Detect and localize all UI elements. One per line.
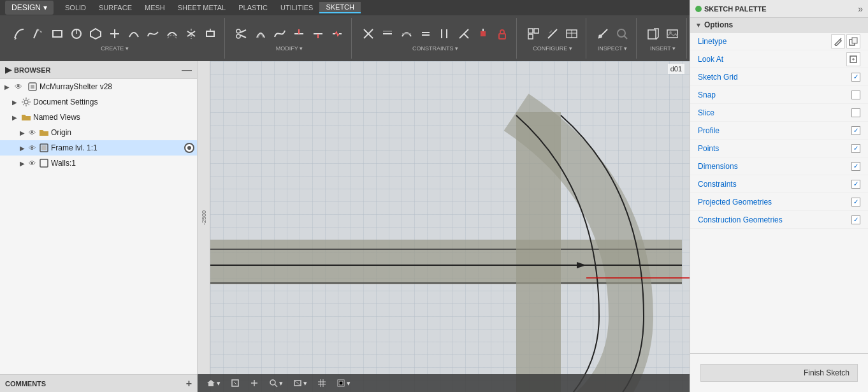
rectangle-icon[interactable] <box>48 25 66 43</box>
tab-utilities[interactable]: UTILITIES <box>274 3 319 13</box>
grid-toggle-btn[interactable] <box>314 377 330 389</box>
tab-plastic[interactable]: PLASTIC <box>232 3 274 13</box>
tree-item-root[interactable]: ▶ 👁 McMurrayShelter v28 <box>0 79 197 94</box>
points-label[interactable]: Points <box>698 144 719 153</box>
sketch-grid-label[interactable]: Sketch Grid <box>698 73 738 82</box>
arc-icon[interactable] <box>125 25 143 43</box>
walls-arrow[interactable]: ▶ <box>18 159 27 168</box>
origin-label: Origin <box>51 128 194 137</box>
home-view-btn[interactable]: ▾ <box>203 377 224 389</box>
snap-toggle-btn[interactable]: ▾ <box>333 377 354 389</box>
slice-checkbox[interactable] <box>851 108 860 117</box>
trim-icon[interactable] <box>290 25 308 43</box>
svg-line-83 <box>840 38 841 40</box>
circle-icon[interactable] <box>68 25 85 43</box>
dimensions-label[interactable]: Dimensions <box>698 162 738 171</box>
coincident-icon[interactable] <box>359 25 377 43</box>
dimensions-checkbox[interactable] <box>851 162 860 171</box>
lookat-btn[interactable] <box>846 52 860 66</box>
canvas-bottom-toolbar: ▾ ▾ ▾ ▾ <box>198 374 690 392</box>
construction-geometries-checkbox[interactable] <box>851 215 860 224</box>
snap-label[interactable]: Snap <box>698 91 716 99</box>
project-icon[interactable] <box>201 25 219 43</box>
mirror-icon[interactable] <box>182 25 200 43</box>
perpendicular-icon[interactable] <box>455 25 473 43</box>
add-comment-button[interactable]: + <box>186 378 192 389</box>
tree-item-named-views[interactable]: ▶ Named Views <box>0 110 197 125</box>
points-checkbox[interactable] <box>851 144 860 153</box>
finish-sketch-bottom-button[interactable]: Finish Sketch <box>700 364 858 382</box>
line-icon[interactable] <box>10 25 28 43</box>
snap-checkbox[interactable] <box>851 91 860 99</box>
frame-eye-icon[interactable]: 👁 <box>27 143 37 153</box>
tree-item-origin[interactable]: ▶ 👁 Origin <box>0 125 197 140</box>
arc-line-icon[interactable] <box>29 25 47 43</box>
profile-label[interactable]: Profile <box>698 126 720 135</box>
collinear-icon[interactable] <box>379 25 396 43</box>
origin-arrow[interactable]: ▶ <box>18 128 27 137</box>
polygon-icon[interactable] <box>87 25 105 43</box>
spline2-icon[interactable] <box>271 25 289 43</box>
pan-btn[interactable] <box>246 377 263 389</box>
browser-expand-icon[interactable]: ▶ <box>5 65 11 75</box>
linetype-copy-btn[interactable] <box>846 34 860 48</box>
sidebar-minimize-icon[interactable]: — <box>182 64 192 76</box>
projected-geometries-label[interactable]: Projected Geometries <box>698 198 772 207</box>
equal-icon[interactable] <box>417 25 435 43</box>
tab-mesh[interactable]: MESH <box>138 3 171 13</box>
slice-label[interactable]: Slice <box>698 108 714 117</box>
grid-icon[interactable] <box>524 25 542 43</box>
inspect2-icon[interactable] <box>613 25 631 43</box>
constraints-palette-label[interactable]: Constraints <box>698 180 737 189</box>
profile-checkbox[interactable] <box>851 126 860 135</box>
frame-radio-icon[interactable] <box>184 143 194 153</box>
offset-icon[interactable] <box>163 25 181 43</box>
design-button[interactable]: DESIGN ▾ <box>5 1 54 15</box>
options-section-header[interactable]: ▼ Options <box>690 18 868 33</box>
image-icon[interactable] <box>663 25 681 43</box>
origin-eye-icon[interactable]: 👁 <box>27 127 37 138</box>
construction-line-icon[interactable] <box>106 25 124 43</box>
constraints-checkbox[interactable] <box>851 180 860 189</box>
doc-settings-arrow[interactable]: ▶ <box>10 98 19 106</box>
tree-item-frame[interactable]: ▶ 👁 Frame lvl. 1:1 <box>0 140 197 156</box>
svg-line-29 <box>464 34 468 38</box>
fix-icon[interactable] <box>474 25 492 43</box>
scissors-icon[interactable] <box>233 25 250 43</box>
sketch-grid-checkbox[interactable] <box>851 73 860 82</box>
import-icon[interactable] <box>644 25 662 43</box>
tab-surface[interactable]: SURFACE <box>92 3 138 13</box>
frame-arrow[interactable]: ▶ <box>18 143 27 152</box>
profile-item: Profile <box>690 122 868 140</box>
offset-curve-icon[interactable] <box>252 25 270 43</box>
coord-label: d01 <box>668 64 684 74</box>
zoom-btn[interactable]: ▾ <box>265 377 287 389</box>
origin-folder-icon <box>38 127 50 138</box>
tangent-icon[interactable] <box>398 25 416 43</box>
extend-icon[interactable] <box>309 25 327 43</box>
break-icon[interactable] <box>328 25 346 43</box>
display-mode-btn[interactable]: ▾ <box>289 377 311 389</box>
measure-icon[interactable] <box>544 25 561 43</box>
tab-sketch[interactable]: SKETCH <box>319 2 361 13</box>
spline-icon[interactable] <box>144 25 162 43</box>
root-eye-icon[interactable]: 👁 <box>13 81 24 92</box>
walls-eye-icon[interactable]: 👁 <box>27 158 37 168</box>
root-arrow[interactable]: ▶ <box>3 82 11 91</box>
palette-collapse-btn[interactable]: » <box>858 4 863 14</box>
fit-view-btn[interactable] <box>227 377 243 389</box>
table-icon[interactable] <box>563 25 581 43</box>
lock-icon[interactable] <box>493 25 511 43</box>
linetype-label[interactable]: Linetype <box>698 37 727 46</box>
tab-sheet-metal[interactable]: SHEET METAL <box>171 3 232 13</box>
tab-solid[interactable]: SOLID <box>59 3 92 13</box>
projected-geometries-checkbox[interactable] <box>851 198 860 207</box>
tree-item-walls[interactable]: ▶ 👁 Walls:1 <box>0 156 197 171</box>
lookat-label[interactable]: Look At <box>698 55 723 64</box>
parallel-icon[interactable] <box>436 25 454 43</box>
linetype-pencil-btn[interactable] <box>831 34 845 48</box>
inspect-measure-icon[interactable] <box>594 25 612 43</box>
tree-item-doc-settings[interactable]: ▶ Document Settings <box>0 94 197 110</box>
construction-geometries-label[interactable]: Construction Geometries <box>698 215 783 224</box>
named-views-arrow[interactable]: ▶ <box>10 113 19 122</box>
